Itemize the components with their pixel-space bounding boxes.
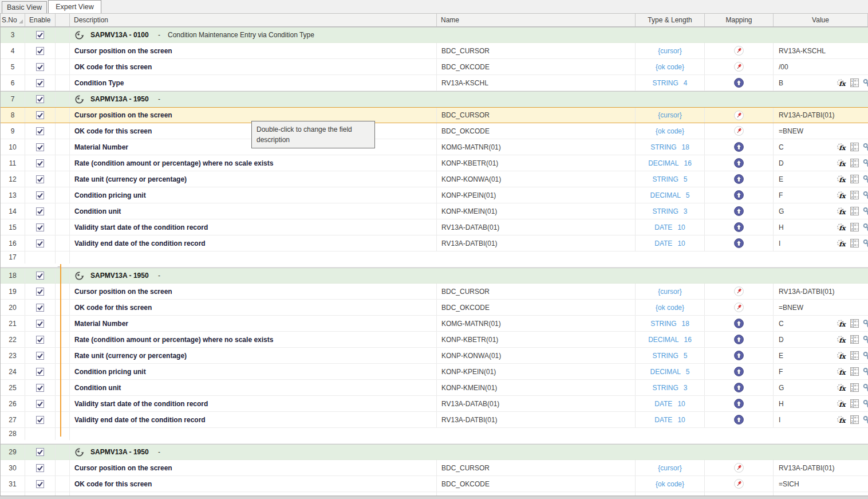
- description-cell[interactable]: Validity end date of the condition recor…: [70, 235, 437, 251]
- screen-header-cell[interactable]: SAPMV13A - 0100-Condition Maintenance En…: [70, 27, 868, 42]
- type-length-cell[interactable]: DATE10: [636, 219, 705, 235]
- type-length-cell[interactable]: {ok code}: [636, 59, 705, 74]
- type-length-cell[interactable]: DATE10: [636, 396, 705, 411]
- pushpin-icon[interactable]: [734, 126, 744, 136]
- upload-mapping-icon[interactable]: [734, 319, 744, 328]
- type-length-cell[interactable]: {cursor}: [636, 43, 705, 58]
- description-cell[interactable]: Cursor position on the screen: [70, 284, 437, 299]
- grid-row-21[interactable]: 21Material NumberKOMG-MATNR(01)STRING18C…: [1, 316, 868, 332]
- description-cell[interactable]: Condition pricing unit: [70, 187, 437, 203]
- column-header-description[interactable]: Description: [70, 14, 437, 26]
- grid-row-4[interactable]: 4Cursor position on the screenBDC_CURSOR…: [1, 43, 868, 59]
- tab-basic-view[interactable]: Basic View: [2, 1, 47, 13]
- name-cell[interactable]: KONP-KBETR(01): [437, 332, 636, 347]
- value-cell[interactable]: =BNEW: [774, 123, 868, 139]
- enable-checkbox[interactable]: [36, 272, 44, 280]
- mapping-sheet-icon[interactable]: 12: [850, 319, 859, 328]
- name-cell[interactable]: BDC_OKCODE: [437, 476, 636, 492]
- formula-icon[interactable]: fx: [837, 399, 846, 408]
- pushpin-icon[interactable]: [734, 463, 744, 473]
- grid-row-11[interactable]: 11Rate (condition amount or percentage) …: [1, 155, 868, 171]
- name-cell[interactable]: KONP-KONWA(01): [437, 171, 636, 187]
- name-cell[interactable]: KONP-KMEIN(01): [437, 380, 636, 395]
- upload-mapping-icon[interactable]: [734, 335, 744, 344]
- enable-checkbox[interactable]: [36, 79, 44, 87]
- horizontal-scrollbar[interactable]: [0, 496, 868, 499]
- description-cell[interactable]: OK code for this screen: [70, 476, 437, 492]
- mapping-sheet-icon[interactable]: 12: [850, 175, 859, 183]
- formula-icon[interactable]: fx: [837, 143, 846, 152]
- mapping-sheet-icon[interactable]: 12: [850, 383, 859, 392]
- name-cell[interactable]: KONP-KONWA(01): [437, 348, 636, 363]
- name-cell[interactable]: KONP-KMEIN(01): [437, 203, 636, 219]
- type-length-cell[interactable]: {cursor}: [636, 284, 705, 299]
- enable-checkbox[interactable]: [36, 320, 44, 328]
- grid-row-18[interactable]: 18SAPMV13A - 1950-: [1, 268, 868, 284]
- grid-row-20[interactable]: 20OK code for this screenBDC_OKCODE{ok c…: [1, 300, 868, 316]
- name-cell[interactable]: RV13A-DATAB(01): [437, 396, 636, 411]
- enable-checkbox[interactable]: [36, 63, 44, 71]
- pushpin-icon[interactable]: [734, 479, 744, 489]
- enable-checkbox[interactable]: [36, 480, 44, 488]
- type-length-cell[interactable]: {cursor}: [636, 108, 705, 123]
- enable-checkbox[interactable]: [36, 336, 44, 344]
- column-header-name[interactable]: Name: [437, 14, 636, 26]
- column-header-value[interactable]: Value: [774, 14, 868, 26]
- column-header-mapping[interactable]: Mapping: [705, 14, 774, 26]
- enable-checkbox[interactable]: [36, 127, 44, 135]
- formula-icon[interactable]: fx: [837, 223, 846, 232]
- description-cell[interactable]: Validity start date of the condition rec…: [70, 396, 437, 411]
- description-cell[interactable]: Cursor position on the screen: [70, 460, 437, 476]
- grid-row-3[interactable]: 3SAPMV13A - 0100-Condition Maintenance E…: [1, 27, 868, 43]
- value-cell[interactable]: Ffx12: [774, 187, 868, 203]
- value-cell[interactable]: Gfx12: [774, 203, 868, 219]
- name-cell[interactable]: RV13A-DATAB(01): [437, 219, 636, 235]
- value-cell[interactable]: Ifx12: [774, 235, 868, 251]
- value-cell[interactable]: RV13A-DATBI(01): [774, 284, 868, 299]
- enable-checkbox[interactable]: [36, 47, 44, 55]
- name-cell[interactable]: KOMG-MATNR(01): [437, 139, 636, 155]
- link-icon[interactable]: [863, 399, 868, 408]
- upload-mapping-icon[interactable]: [734, 351, 744, 360]
- link-icon[interactable]: [863, 143, 868, 152]
- formula-icon[interactable]: fx: [837, 335, 846, 344]
- grid-row-6[interactable]: 6Condition TypeRV13A-KSCHLSTRING4Bfx12: [1, 75, 868, 91]
- value-cell[interactable]: Efx12: [774, 348, 868, 363]
- enable-checkbox[interactable]: [36, 368, 44, 376]
- grid-row-7[interactable]: 7SAPMV13A - 1950-: [1, 91, 868, 107]
- description-cell[interactable]: OK code for this screen: [70, 300, 437, 315]
- value-cell[interactable]: RV13A-DATBI(01): [774, 108, 868, 123]
- name-cell[interactable]: KONP-KPEIN(01): [437, 364, 636, 379]
- grid-row-22[interactable]: 22Rate (condition amount or percentage) …: [1, 332, 868, 348]
- formula-icon[interactable]: fx: [837, 367, 846, 376]
- grid-row-26[interactable]: 26Validity start date of the condition r…: [1, 396, 868, 412]
- type-length-cell[interactable]: STRING3: [636, 380, 705, 395]
- formula-icon[interactable]: fx: [837, 383, 846, 392]
- value-cell[interactable]: Cfx12: [774, 139, 868, 155]
- link-icon[interactable]: [863, 207, 868, 216]
- grid-row-24[interactable]: 24Condition pricing unitKONP-KPEIN(01)DE…: [1, 364, 868, 380]
- mapping-sheet-icon[interactable]: 12: [850, 223, 859, 231]
- enable-checkbox[interactable]: [36, 448, 44, 456]
- grid-row-9[interactable]: 9OK code for this screenBDC_OKCODE{ok co…: [1, 123, 868, 139]
- description-cell[interactable]: Condition pricing unit: [70, 364, 437, 379]
- type-length-cell[interactable]: {cursor}: [636, 460, 705, 476]
- mapping-sheet-icon[interactable]: 12: [850, 335, 859, 344]
- formula-icon[interactable]: fx: [837, 78, 846, 88]
- upload-mapping-icon[interactable]: [734, 174, 744, 184]
- formula-icon[interactable]: fx: [837, 351, 846, 360]
- upload-mapping-icon[interactable]: [734, 142, 744, 152]
- description-cell[interactable]: Rate (condition amount or percentage) wh…: [70, 155, 437, 171]
- link-icon[interactable]: [863, 319, 868, 328]
- mapping-sheet-icon[interactable]: 12: [850, 239, 859, 247]
- link-icon[interactable]: [863, 383, 868, 392]
- mapping-sheet-icon[interactable]: 12: [850, 415, 859, 424]
- name-cell[interactable]: BDC_CURSOR: [437, 43, 636, 58]
- description-cell[interactable]: Validity end date of the condition recor…: [70, 412, 437, 427]
- grid-row-14[interactable]: 14Condition unitKONP-KMEIN(01)STRING3Gfx…: [1, 203, 868, 219]
- grid-row-16[interactable]: 16Validity end date of the condition rec…: [1, 235, 868, 252]
- name-cell[interactable]: BDC_OKCODE: [437, 300, 636, 315]
- grid-row-5[interactable]: 5OK code for this screenBDC_OKCODE{ok co…: [1, 59, 868, 75]
- value-cell[interactable]: Dfx12: [774, 332, 868, 347]
- name-cell[interactable]: KONP-KBETR(01): [437, 155, 636, 171]
